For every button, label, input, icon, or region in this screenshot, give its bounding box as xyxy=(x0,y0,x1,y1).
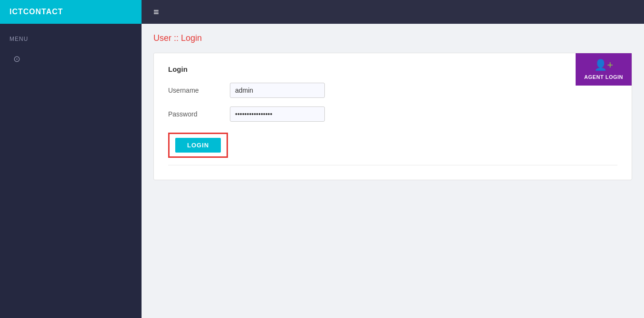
sidebar: MENU ⊙ xyxy=(0,24,142,318)
login-button[interactable]: LOGIN xyxy=(175,138,221,153)
agent-login-label: AGENT LOGIN xyxy=(584,74,623,80)
username-label: Username xyxy=(168,87,230,94)
sidebar-item-home[interactable]: ⊙ xyxy=(0,47,142,71)
username-input[interactable] xyxy=(230,83,325,98)
navbar-brand: ICTCONTACT xyxy=(0,0,142,24)
card-divider xyxy=(168,165,617,165)
login-card: Login Username Password LOGIN 👤+ AGENT L… xyxy=(153,53,632,180)
agent-login-button[interactable]: 👤+ AGENT LOGIN xyxy=(576,53,632,86)
hamburger-icon[interactable]: ≡ xyxy=(151,4,161,20)
layout: MENU ⊙ User :: Login Login Username Pass… xyxy=(0,24,644,318)
username-row: Username xyxy=(168,83,617,98)
password-label: Password xyxy=(168,110,230,118)
login-card-title: Login xyxy=(168,65,617,73)
navbar: ICTCONTACT ≡ xyxy=(0,0,644,24)
home-icon: ⊙ xyxy=(9,52,24,66)
brand-text: ICTCONTACT xyxy=(9,8,63,16)
sidebar-menu-label: MENU xyxy=(0,29,142,47)
page-title: User :: Login xyxy=(153,33,632,43)
agent-icon: 👤+ xyxy=(594,59,613,71)
password-input[interactable] xyxy=(230,106,325,122)
password-row: Password xyxy=(168,106,617,122)
login-button-wrapper: LOGIN xyxy=(168,133,228,158)
main-content: User :: Login Login Username Password LO… xyxy=(142,24,644,318)
